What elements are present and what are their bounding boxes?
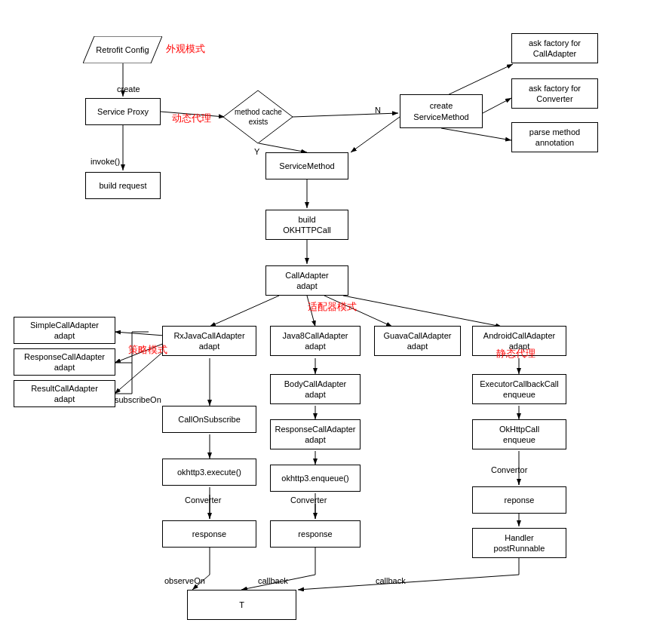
okhttp-call-enqueue-box: OkHttpCallenqueue (472, 419, 566, 449)
waiguan-label: 外观模式 (166, 42, 205, 56)
parse-method-annotation-box: parse methodannotation (511, 122, 598, 152)
simple-call-adapter-box: SimpleCallAdapteradapt (14, 317, 115, 344)
response-middle-label: response (298, 529, 332, 539)
callback2-label: callback (376, 576, 406, 585)
retrofit-config-box: Retrofit Config (83, 36, 162, 63)
method-cache-diamond: method cacheexists (222, 89, 294, 145)
body-call-adapter-box: BodyCallAdapteradapt (270, 374, 361, 404)
reponse-right-box: reponse (472, 486, 566, 514)
svg-line-15 (343, 296, 502, 327)
converter-left-label: Converter (185, 495, 221, 505)
build-request-label: build request (100, 180, 147, 191)
response-call-adapter2-box: ResponseCallAdapteradapt (270, 419, 361, 449)
observe-on-label: observeOn (164, 576, 205, 585)
create-service-method-label: createServiceMethod (413, 100, 468, 122)
build-okhttp-label: buildOKHTTPCall (283, 214, 331, 236)
okhttp3-execute-box: okhttp3.execute() (162, 459, 256, 486)
t-box: T (187, 590, 296, 620)
reponse-right-label: reponse (505, 495, 535, 505)
guava-box: GuavaCallAdapteradapt (374, 326, 461, 356)
call-adapter-box: CallAdapteradapt (265, 265, 348, 296)
svg-line-6 (441, 64, 513, 98)
rxjava-box: RxJavaCallAdapteradapt (162, 326, 256, 356)
dongtai-label: 动态代理 (172, 112, 211, 125)
subscribe-on-label: subscribeOn (115, 395, 161, 404)
ask-factory-calladapter-box: ask factory forCallAdapter (511, 33, 598, 63)
n-label: N (375, 106, 381, 115)
okhttp3-enqueue-box: okhttp3.enqueue() (270, 465, 361, 492)
invoke-label: invoke() (91, 157, 120, 166)
svg-line-31 (298, 575, 519, 590)
create-label: create (117, 84, 140, 94)
jingtai-label: 静态代理 (496, 347, 535, 360)
response-call-adapter-box: ResponseCallAdapteradapt (14, 348, 115, 376)
t-label: T (239, 600, 244, 610)
service-method-label: ServiceMethod (279, 161, 334, 171)
body-call-adapter-label: BodyCallAdapteradapt (284, 379, 347, 400)
rxjava-label: RxJavaCallAdapteradapt (173, 330, 244, 352)
response-call-adapter2-label: ResponseCallAdapteradapt (275, 424, 355, 446)
ask-factory-converter-box: ask factory forConverter (511, 78, 598, 109)
result-call-adapter-box: ResultCallAdapteradapt (14, 380, 115, 407)
callback1-label: callback (258, 576, 288, 585)
response-middle-box: response (270, 520, 361, 548)
peiqiqi-label: 适配器模式 (308, 300, 357, 314)
executor-callback-label: ExecutorCallbackCallenqueue (480, 379, 559, 400)
build-okhttp-box: buildOKHTTPCall (265, 210, 348, 240)
ask-factory-converter-label: ask factory forConverter (529, 83, 581, 105)
converter-middle-label: Converter (290, 495, 327, 505)
convertor-right-label: Convertor (491, 465, 527, 474)
okhttp-call-enqueue-label: OkHttpCallenqueue (499, 424, 539, 446)
java8-label: Java8CallAdapteradapt (283, 330, 348, 352)
svg-line-12 (210, 296, 279, 327)
svg-line-4 (293, 113, 398, 117)
call-adapter-label: CallAdapteradapt (285, 270, 328, 292)
service-method-box: ServiceMethod (265, 152, 348, 179)
ask-factory-calladapter-label: ask factory forCallAdapter (529, 38, 581, 60)
okhttp3-enqueue-label: okhttp3.enqueue() (281, 473, 348, 483)
celue-label: 策略模式 (128, 343, 167, 357)
parse-method-annotation-label: parse methodannotation (529, 127, 580, 149)
y-label: Y (254, 147, 259, 156)
call-on-subscribe-box: CallOnSubscribe (162, 406, 256, 433)
response-call-adapter-label: ResponseCallAdapteradapt (24, 351, 105, 373)
svg-line-9 (351, 117, 400, 152)
executor-callback-box: ExecutorCallbackCallenqueue (472, 374, 566, 404)
svg-line-18 (115, 351, 164, 394)
java8-box: Java8CallAdapteradapt (270, 326, 361, 356)
retrofit-config-label: Retrofit Config (96, 45, 149, 54)
diagram-container: Retrofit Config Service Proxy build requ… (0, 0, 672, 635)
build-request-box: build request (85, 172, 161, 199)
response-left-label: response (192, 529, 226, 539)
response-left-box: response (162, 520, 256, 548)
create-service-method-box: createServiceMethod (400, 94, 483, 128)
okhttp3-execute-label: okhttp3.execute() (177, 467, 241, 477)
simple-call-adapter-label: SimpleCallAdapteradapt (30, 320, 99, 342)
method-cache-label: method cacheexists (222, 89, 294, 145)
handler-post-runnable-box: HandlerpostRunnable (472, 528, 566, 558)
service-proxy-box: Service Proxy (85, 98, 161, 125)
result-call-adapter-label: ResultCallAdapteradapt (31, 383, 98, 405)
svg-line-16 (115, 332, 164, 336)
service-proxy-label: Service Proxy (97, 106, 149, 117)
svg-line-8 (441, 128, 511, 140)
svg-line-7 (483, 98, 511, 113)
handler-post-runnable-label: HandlerpostRunnable (494, 532, 545, 554)
guava-label: GuavaCallAdapteradapt (384, 330, 452, 352)
call-on-subscribe-label: CallOnSubscribe (178, 414, 241, 425)
